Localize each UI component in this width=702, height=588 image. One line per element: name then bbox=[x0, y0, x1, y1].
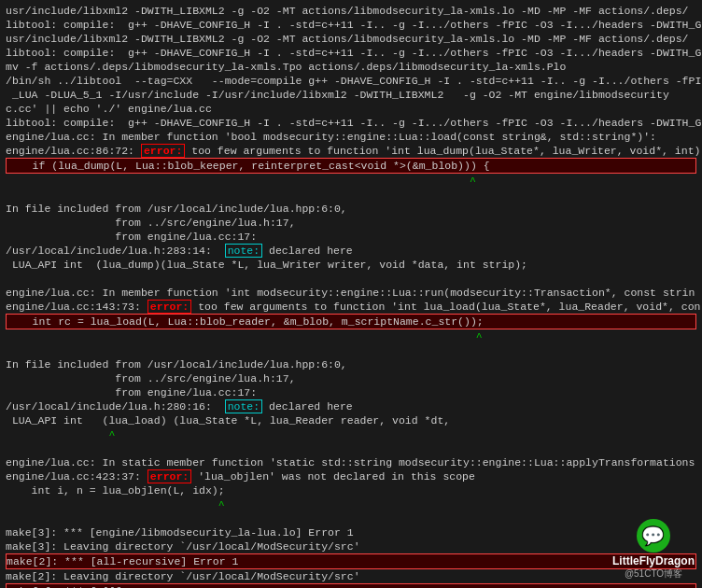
caret-2: ^ bbox=[6, 329, 696, 343]
line-30: LUA_API int (lua_load) (lua_State *L, lu… bbox=[6, 413, 696, 427]
error-label-1: error: bbox=[141, 144, 185, 158]
note-label-1: note: bbox=[225, 244, 263, 258]
line-9: libtool: compile: g++ -DHAVE_CONFIG_H -I… bbox=[6, 116, 696, 130]
line-17: from engine/lua.cc:17: bbox=[6, 230, 696, 244]
line-18: /usr/local/include/lua.h:283:14: note: d… bbox=[6, 244, 696, 258]
caret-1: ^ bbox=[6, 174, 696, 188]
line-8: c.cc' || echo './' engine/lua.cc bbox=[6, 102, 696, 116]
blank-2 bbox=[6, 272, 696, 286]
note-label-2: note: bbox=[225, 399, 263, 413]
line-33: engine/lua.cc: In static member function… bbox=[6, 455, 696, 469]
error-highlight-2: int rc = lua_load(L, Lua::blob_reader, &… bbox=[6, 314, 696, 329]
terminal-content: usr/include/libxml2 -DWITH_LIBXML2 -g -O… bbox=[6, 4, 696, 588]
line-29: /usr/local/include/lua.h:280:16: note: d… bbox=[6, 399, 696, 413]
line-15: In file included from /usr/local/include… bbox=[6, 202, 696, 216]
blank-1 bbox=[6, 188, 696, 202]
line-26: In file included from /usr/local/include… bbox=[6, 357, 696, 371]
caret-4: ^ bbox=[6, 497, 696, 511]
line-21: engine/lua.cc: In member function 'int m… bbox=[6, 286, 696, 300]
error-highlight-3: make[2]: *** [all-recursive] Error 1 bbox=[6, 553, 696, 569]
error-highlight-1: if (lua_dump(L, Lua::blob_keeper, reinte… bbox=[6, 158, 696, 174]
line-11: engine/lua.cc:86:72: error: too few argu… bbox=[6, 144, 696, 158]
line-16: from ../src/engine/lua.h:17, bbox=[6, 216, 696, 230]
blank-3 bbox=[6, 343, 696, 357]
line-28: from engine/lua.cc:17: bbox=[6, 385, 696, 399]
line-7: _LUA -DLUA_5_1 -I/usr/include -I/usr/inc… bbox=[6, 88, 696, 102]
line-2: libtool: compile: g++ -DHAVE_CONFIG_H -I… bbox=[6, 18, 696, 32]
line-34: engine/lua.cc:423:37: error: 'lua_objlen… bbox=[6, 469, 696, 483]
terminal-window: usr/include/libxml2 -DWITH_LIBXML2 -g -O… bbox=[0, 0, 702, 588]
blank-5 bbox=[6, 511, 696, 525]
watermark-sub: @51CTO博客 bbox=[625, 567, 682, 581]
line-35: int i, n = lua_objlen(L, idx); bbox=[6, 483, 696, 497]
line-22: engine/lua.cc:143:73: error: too few arg… bbox=[6, 300, 696, 314]
blank-4 bbox=[6, 441, 696, 455]
line-19: LUA_API int (lua_dump)(lua_State *L, lua… bbox=[6, 258, 696, 272]
line-4: libtool: compile: g++ -DHAVE_CONFIG_H -I… bbox=[6, 46, 696, 60]
line-41: make[2]: Leaving directory `/usr/local/M… bbox=[6, 569, 696, 583]
error-label-2: error: bbox=[147, 300, 191, 314]
line-10: engine/lua.cc: In member function 'bool … bbox=[6, 130, 696, 144]
line-39: make[3]: Leaving directory `/usr/local/M… bbox=[6, 539, 696, 553]
caret-3: ^ bbox=[6, 427, 696, 441]
error-label-3: error: bbox=[147, 469, 191, 483]
watermark: 💬 LittleFlyDragon @51CTO博客 bbox=[612, 519, 695, 581]
line-1: usr/include/libxml2 -DWITH_LIBXML2 -g -O… bbox=[6, 4, 696, 18]
error-highlight-4: make[1]: *** [all] Error 2 bbox=[6, 583, 696, 588]
watermark-name: LittleFlyDragon bbox=[612, 554, 695, 567]
line-6: /bin/sh ../libtool --tag=CXX --mode=comp… bbox=[6, 74, 696, 88]
line-5: mv -f actions/.deps/libmodsecurity_la-xm… bbox=[6, 60, 696, 74]
watermark-icon: 💬 bbox=[637, 519, 670, 553]
line-27: from ../src/engine/lua.h:17, bbox=[6, 371, 696, 385]
line-38: make[3]: *** [engine/libmodsecurity_la-l… bbox=[6, 525, 696, 539]
line-3: usr/include/libxml2 -DWITH_LIBXML2 -g -O… bbox=[6, 32, 696, 46]
